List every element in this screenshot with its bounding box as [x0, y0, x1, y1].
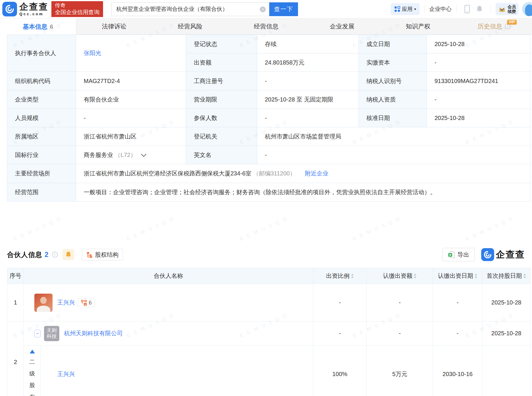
business-term-value: 2025-10-28 至 无固定期限: [257, 90, 359, 109]
approval-date-label: 核准日期: [359, 109, 427, 127]
org-chart-icon: [86, 252, 92, 258]
user-avatar[interactable]: [522, 2, 532, 16]
col-label: 出资比例: [326, 273, 350, 279]
industry-code: （L72）: [115, 152, 136, 158]
monitor-bell-button[interactable]: [63, 249, 74, 260]
enterprise-center-link[interactable]: 企业中心: [429, 5, 452, 13]
basic-info-table: 执行事务合伙人 张阳光 登记状态 存续 成立日期 2025-10-28 出资额 …: [7, 35, 531, 202]
collapse-triangle-icon[interactable]: [30, 350, 35, 353]
equity-structure-label: 股权结构: [95, 251, 119, 259]
mobile-app-button[interactable]: [464, 5, 470, 13]
member-renew-label: 会员 续费: [508, 4, 516, 14]
date-value: -: [433, 284, 482, 321]
col-ratio[interactable]: 出资比例: [313, 268, 367, 284]
capital-label: 出资额: [186, 53, 257, 72]
member-renew-button[interactable]: 会员 续费: [496, 3, 518, 15]
search-button[interactable]: 查一下: [269, 2, 298, 16]
address-text: 浙江省杭州市萧山区杭州空港经济区保税路西侧保税大厦234-6室: [84, 170, 251, 177]
org-code-label: 组织机构代码: [7, 72, 76, 90]
nearby-companies-link[interactable]: 附近企业: [305, 170, 329, 177]
exec-partner-value: 张阳光: [76, 35, 186, 72]
chevron-down-icon[interactable]: [141, 151, 146, 157]
partner-name-link[interactable]: 王兴兴: [57, 299, 75, 307]
col-date[interactable]: 认缴出资日期: [433, 268, 482, 284]
tab-basic-info[interactable]: 基本信息 6: [0, 18, 76, 35]
company-type-label: 企业类型: [7, 90, 76, 109]
notifications-button[interactable]: [476, 5, 483, 13]
member-line1: 会员: [508, 4, 516, 9]
sub-shareholder-link[interactable]: 王兴兴: [57, 370, 75, 378]
reg-status-label: 登记状态: [186, 35, 257, 53]
photo-body: [37, 306, 50, 312]
header-nav: 应用 ▾ 企业中心 会员 续费: [391, 2, 532, 16]
partner-name-cell: 王兴兴 企 6: [24, 284, 313, 321]
related-count: 6: [89, 299, 92, 306]
sort-icon: [351, 274, 354, 278]
partner-name-link[interactable]: 杭州天则科技有限公司: [64, 329, 123, 337]
col-label: 认缴出资额: [383, 273, 413, 279]
paid-capital-label: 实缴资本: [359, 53, 427, 72]
brand-en: Qcc.com: [19, 12, 48, 16]
col-label: 首次持股日期: [487, 273, 522, 279]
taxpayer-id-label: 纳税人识别号: [359, 72, 427, 90]
partner-row-2: 2 − 天则 科技 杭州天则科技有限公司 - - - 2025-10-28: [7, 321, 531, 346]
clear-search-icon[interactable]: ×: [260, 6, 266, 12]
tab-label: 法律诉讼: [102, 22, 127, 31]
first-date-value: 2025-10-28: [482, 321, 531, 346]
exec-partner-link[interactable]: 张阳光: [84, 50, 101, 56]
business-term-label: 营业期限: [186, 90, 257, 109]
search-box: ×: [111, 2, 269, 16]
tab-legal[interactable]: 法律诉讼: [76, 18, 152, 34]
nav-divider: [491, 5, 491, 13]
tab-history[interactable]: 历史信息 i VIP: [456, 18, 532, 34]
tab-operation-risk[interactable]: 经营风险: [152, 18, 228, 34]
partner-photo[interactable]: [34, 294, 53, 312]
approval-date-value: 2025-10-28: [427, 109, 531, 127]
ratio-value: -: [313, 321, 367, 346]
apps-grid-icon: [394, 6, 400, 12]
col-first-date[interactable]: 首次持股日期: [482, 268, 531, 284]
tab-label: 历史信息: [478, 22, 502, 31]
sort-icon: [414, 274, 417, 278]
company-tabbar: 基本信息 6 法律诉讼 经营风险 经营信息 企业发展 知识产权 历史信息 i V…: [0, 18, 532, 35]
qcc-section-logo: 企查查: [481, 248, 525, 261]
col-amount[interactable]: 认缴出资额: [367, 268, 433, 284]
first-date-value: 2025-10-28: [482, 284, 531, 321]
search-input[interactable]: [111, 2, 269, 16]
tab-intellectual-property[interactable]: 知识产权: [380, 18, 456, 34]
col-label: 认缴出资日期: [438, 273, 473, 279]
tab-development[interactable]: 企业发展: [304, 18, 380, 34]
staff-size-value: -: [76, 109, 186, 127]
col-no: 序号: [7, 268, 24, 284]
export-button[interactable]: 导出: [442, 248, 475, 261]
tab-operation-info[interactable]: 经营信息: [228, 18, 304, 34]
partner-row-2-sub: 二级股东 王兴兴 100% 5万元 2030-10-16: [7, 346, 531, 396]
industry-label: 国标行业: [7, 146, 76, 164]
reg-authority-value: 杭州市萧山区市场监督管理局: [257, 127, 531, 146]
equity-structure-button[interactable]: 股权结构: [82, 249, 123, 260]
sort-icon: [474, 274, 477, 278]
crown-icon: [498, 6, 506, 13]
tab-label: 经营信息: [254, 22, 279, 31]
related-companies-badge[interactable]: 企 6: [78, 298, 95, 307]
qcc-logo[interactable]: 企查查 Qcc.com: [2, 2, 48, 16]
apps-menu[interactable]: 应用 ▾: [391, 3, 420, 15]
qcc-logo-icon: [2, 2, 17, 16]
date-value: 2030-10-16: [433, 346, 482, 396]
nav-divider: [424, 5, 425, 13]
nav-divider: [456, 5, 457, 13]
tab-label: 经营风险: [178, 22, 203, 31]
vip-badge: VIP: [507, 20, 517, 25]
partner-name-cell: − 天则 科技 杭州天则科技有限公司: [24, 321, 313, 346]
qcc-logo-icon: [481, 248, 494, 261]
address-value: 浙江省杭州市萧山区杭州空港经济区保税路西侧保税大厦234-6室 （邮编31120…: [76, 164, 531, 183]
industry-name: 商务服务业: [84, 152, 113, 158]
row-no: 1: [7, 284, 24, 321]
amount-value: -: [367, 321, 433, 346]
info-circle-icon[interactable]: i: [52, 252, 58, 258]
collapse-button[interactable]: −: [34, 330, 41, 337]
reg-no-label: 工商注册号: [186, 72, 257, 90]
company-type-value: 有限合伙企业: [76, 90, 186, 109]
taxpayer-id-value: 91330109MAG27TD241: [427, 72, 531, 90]
address-label: 主要经营场所: [7, 164, 76, 183]
